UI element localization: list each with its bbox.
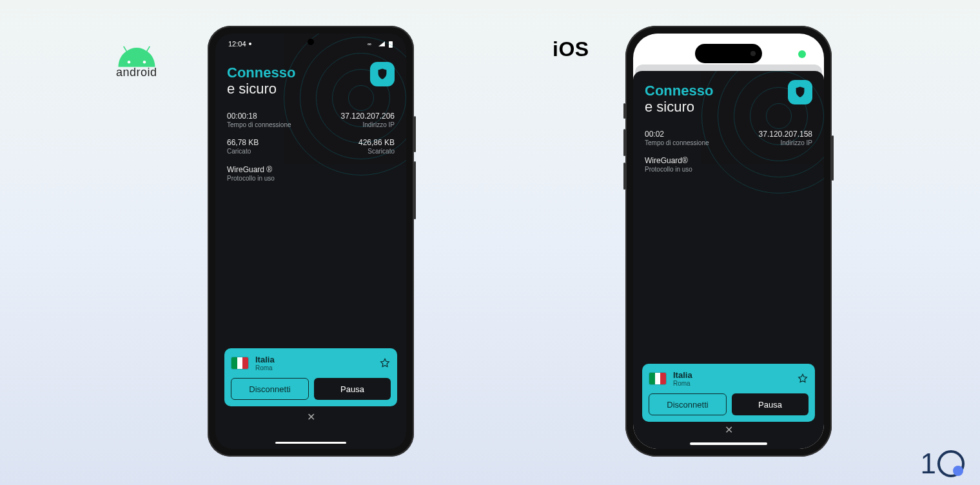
disconnect-button[interactable]: Disconnetti <box>231 378 309 400</box>
server-city: Roma <box>673 380 692 387</box>
server-city: Roma <box>255 364 275 371</box>
ios-dynamic-island <box>695 44 762 63</box>
stat-uploaded: 66,78 KB Caricato <box>227 138 308 156</box>
brand-10-logo: 1 <box>921 448 965 480</box>
flag-italy-icon <box>231 357 249 370</box>
pause-button[interactable]: Pausa <box>732 393 808 415</box>
stat-downloaded: 426,86 KB Scaricato <box>314 138 395 156</box>
android-screen: 12:04 ∞ Connesso e sicuro 00: <box>215 34 406 449</box>
android-clock: 12:04 <box>228 40 246 48</box>
stat-ip-address: 37.120.207.158 Indirizzo IP <box>732 130 812 148</box>
svg-point-1 <box>143 61 146 64</box>
server-card[interactable]: Italia Roma Disconnetti Pausa <box>224 348 397 406</box>
flag-italy-icon <box>649 372 667 385</box>
android-camera-punch-hole <box>308 39 314 45</box>
ios-device-frame: Connesso e sicuro 00:02 Tempo di conness… <box>625 26 832 457</box>
disconnect-button[interactable]: Disconnetti <box>649 393 727 415</box>
ios-privacy-indicator-icon <box>798 50 806 58</box>
android-home-indicator[interactable] <box>275 442 346 444</box>
android-platform-label: android <box>116 44 157 79</box>
close-icon[interactable]: ✕ <box>725 424 733 436</box>
stat-protocol: WireGuard® Protocollo in uso <box>645 156 725 174</box>
ios-sheet: Connesso e sicuro 00:02 Tempo di conness… <box>633 71 824 449</box>
ios-screen: Connesso e sicuro 00:02 Tempo di conness… <box>633 34 824 449</box>
ios-home-indicator[interactable] <box>690 442 767 445</box>
favorite-star-icon[interactable] <box>379 357 391 369</box>
shield-badge-icon <box>788 80 812 104</box>
server-country: Italia <box>673 370 692 380</box>
stat-ip-address: 37.120.207.206 Indirizzo IP <box>314 112 395 130</box>
stat-protocol: WireGuard ® Protocollo in uso <box>227 165 308 183</box>
pause-button[interactable]: Pausa <box>314 378 391 400</box>
ios-platform-label: iOS <box>553 37 589 61</box>
shield-badge-icon <box>370 62 395 86</box>
stat-connection-time: 00:00:18 Tempo di connessione <box>227 112 308 130</box>
stat-connection-time: 00:02 Tempo di connessione <box>645 130 725 148</box>
close-icon[interactable]: ✕ <box>307 411 315 423</box>
android-robot-icon <box>117 44 156 64</box>
svg-point-0 <box>128 61 131 64</box>
server-country: Italia <box>255 355 275 364</box>
favorite-star-icon[interactable] <box>797 373 808 384</box>
android-device-frame: 12:04 ∞ Connesso e sicuro 00: <box>208 26 414 457</box>
server-card[interactable]: Italia Roma Disconnetti Pausa <box>642 364 815 422</box>
